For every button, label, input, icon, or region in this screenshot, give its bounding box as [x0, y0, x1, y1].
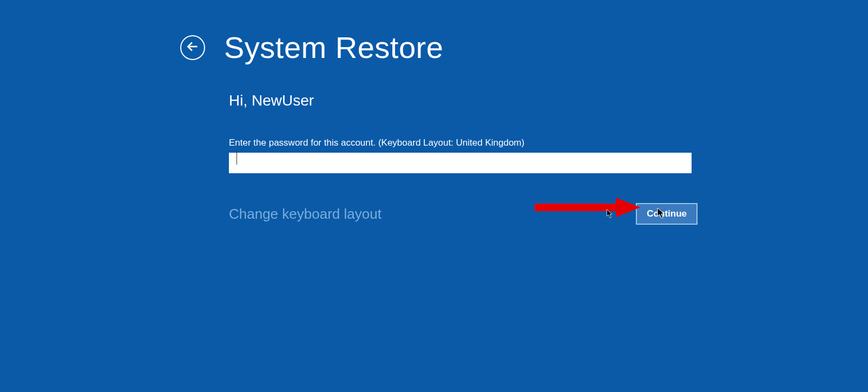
greeting-text: Hi, NewUser	[229, 92, 693, 109]
change-keyboard-layout-link[interactable]: Change keyboard layout	[229, 206, 382, 223]
password-input[interactable]	[229, 153, 692, 173]
back-arrow-icon	[186, 40, 200, 56]
page-title: System Restore	[224, 30, 443, 65]
continue-button[interactable]: Continue	[636, 203, 698, 225]
back-button[interactable]	[180, 35, 205, 60]
password-label: Enter the password for this account. (Ke…	[229, 138, 693, 148]
